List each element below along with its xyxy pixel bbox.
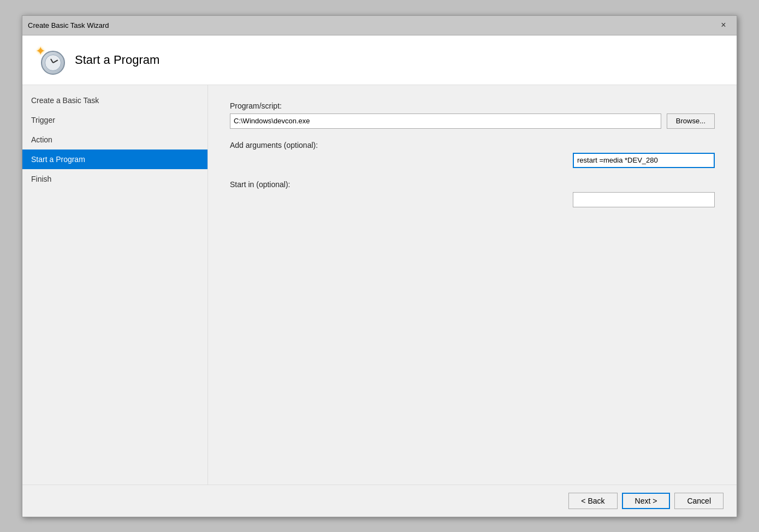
sidebar-item-trigger[interactable]: Trigger (22, 110, 207, 130)
start-in-input[interactable] (573, 192, 715, 207)
back-button[interactable]: < Back (568, 493, 617, 509)
start-in-label: Start in (optional): (230, 180, 715, 189)
sidebar-item-action[interactable]: Action (22, 130, 207, 150)
start-in-input-wrapper (230, 192, 715, 207)
start-in-row: Start in (optional): (230, 180, 715, 207)
sidebar-item-create-basic-task[interactable]: Create a Basic Task (22, 91, 207, 110)
footer: < Back Next > Cancel (22, 485, 737, 517)
content-area: Create a Basic Task Trigger Action Start… (22, 85, 737, 485)
window-title: Create Basic Task Wizard (28, 21, 109, 29)
cancel-button[interactable]: Cancel (674, 493, 724, 509)
header-title: Start a Program (75, 53, 159, 67)
clock-hand-minute (53, 59, 58, 63)
program-script-input[interactable] (230, 113, 661, 129)
main-window: Create Basic Task Wizard × ✦ Start a Pro… (22, 15, 737, 517)
program-script-label: Program/script: (230, 101, 715, 110)
program-script-input-row: Browse... (230, 113, 715, 129)
add-arguments-row: Add arguments (optional): (230, 141, 715, 168)
sidebar-item-finish[interactable]: Finish (22, 169, 207, 189)
sidebar-item-start-a-program[interactable]: Start a Program (22, 150, 207, 169)
add-arguments-input-wrapper (230, 153, 715, 168)
add-arguments-input[interactable] (573, 153, 715, 168)
next-button[interactable]: Next > (622, 493, 671, 509)
close-button[interactable]: × (716, 19, 731, 32)
header-area: ✦ Start a Program (22, 35, 737, 85)
title-bar: Create Basic Task Wizard × (22, 16, 737, 35)
add-arguments-label: Add arguments (optional): (230, 141, 715, 150)
clock-icon (41, 51, 65, 75)
program-script-row: Program/script: Browse... (230, 101, 715, 129)
sidebar: Create a Basic Task Trigger Action Start… (22, 85, 208, 485)
clock-face (45, 55, 61, 71)
browse-button[interactable]: Browse... (667, 113, 715, 129)
header-icon: ✦ (35, 45, 65, 75)
main-content: Program/script: Browse... Add arguments … (208, 85, 737, 485)
